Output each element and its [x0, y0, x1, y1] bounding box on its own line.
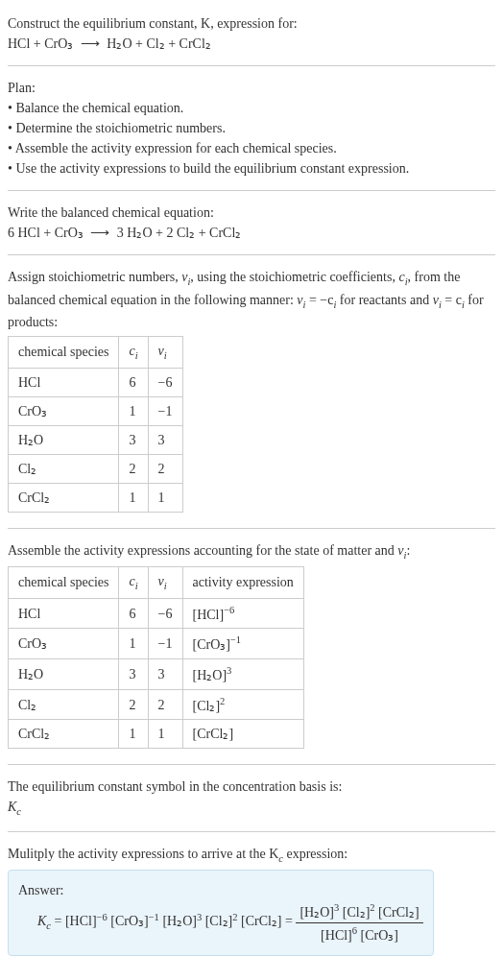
table-row: CrO₃1−1	[9, 396, 183, 425]
table-row: HCl6−6[HCl]−6	[9, 598, 304, 629]
divider	[8, 764, 495, 765]
table-header-row: chemical species ci νi activity expressi…	[9, 567, 304, 599]
balanced-section: Write the balanced chemical equation: 6 …	[8, 197, 495, 249]
prompt-text: Construct the equilibrium constant, K, e…	[8, 13, 495, 34]
table-row: CrCl₂11[CrCl₂]	[9, 720, 304, 749]
answer-expression: Kc = [HCl]−6 [CrO₃]−1 [H₂O]3 [Cl₂]2 [CrC…	[37, 900, 423, 944]
plan-item: • Determine the stoichiometric numbers.	[8, 118, 495, 138]
table-header: chemical species	[9, 567, 119, 599]
stoich-section: Assign stoichiometric numbers, νi, using…	[8, 261, 495, 522]
table-row: Cl₂22[Cl₂]2	[9, 689, 304, 720]
table-row: CrCl₂11	[9, 483, 183, 512]
fraction: [H₂O]3 [Cl₂]2 [CrCl₂][HCl]6 [CrO₃]	[296, 900, 422, 944]
answer-box: Answer: Kc = [HCl]−6 [CrO₃]−1 [H₂O]3 [Cl…	[8, 870, 434, 955]
balanced-equation: 6 HCl + CrO₃ ⟶ 3 H₂O + 2 Cl₂ + CrCl₂	[8, 223, 495, 243]
plan-item: • Assemble the activity expression for e…	[8, 138, 495, 158]
table-header: ci	[119, 337, 148, 369]
divider	[8, 65, 495, 66]
table-row: H₂O33[H₂O]3	[9, 659, 304, 690]
divider	[8, 190, 495, 191]
table-header: νi	[148, 337, 182, 369]
plan-section: Plan: • Balance the chemical equation. •…	[8, 72, 495, 184]
header-section: Construct the equilibrium constant, K, e…	[8, 8, 495, 60]
divider	[8, 831, 495, 832]
activity-table: chemical species ci νi activity expressi…	[8, 566, 304, 749]
table-row: CrO₃1−1[CrO₃]−1	[9, 629, 304, 659]
symbol-section: The equilibrium constant symbol in the c…	[8, 771, 495, 825]
table-header: ci	[119, 567, 148, 599]
balanced-title: Write the balanced chemical equation:	[8, 203, 495, 223]
table-header: chemical species	[9, 337, 119, 369]
multiply-section: Mulitply the activity expressions to arr…	[8, 838, 495, 962]
arrow-icon: ⟶	[90, 223, 109, 243]
table-header: activity expression	[182, 567, 303, 599]
table-header: νi	[148, 567, 182, 599]
table-row: HCl6−6	[9, 368, 183, 396]
divider	[8, 254, 495, 255]
arrow-icon: ⟶	[81, 34, 100, 54]
stoich-table: chemical species ci νi HCl6−6 CrO₃1−1 H₂…	[8, 336, 183, 513]
activity-text: Assemble the activity expressions accoun…	[8, 540, 495, 563]
activity-section: Assemble the activity expressions accoun…	[8, 535, 495, 759]
multiply-text: Mulitply the activity expressions to arr…	[8, 844, 495, 867]
plan-item: • Use the activity expressions to build …	[8, 158, 495, 179]
divider	[8, 528, 495, 529]
table-row: Cl₂22	[9, 454, 183, 483]
symbol-text: The equilibrium constant symbol in the c…	[8, 777, 495, 797]
table-header-row: chemical species ci νi	[9, 337, 183, 369]
unbalanced-equation: HCl + CrO₃ ⟶ H₂O + Cl₂ + CrCl₂	[8, 34, 495, 54]
stoich-text: Assign stoichiometric numbers, νi, using…	[8, 267, 495, 332]
plan-item: • Balance the chemical equation.	[8, 98, 495, 118]
plan-title: Plan:	[8, 78, 495, 98]
table-row: H₂O33	[9, 425, 183, 454]
answer-label: Answer:	[18, 880, 423, 900]
kc-symbol: Kc	[8, 797, 495, 820]
